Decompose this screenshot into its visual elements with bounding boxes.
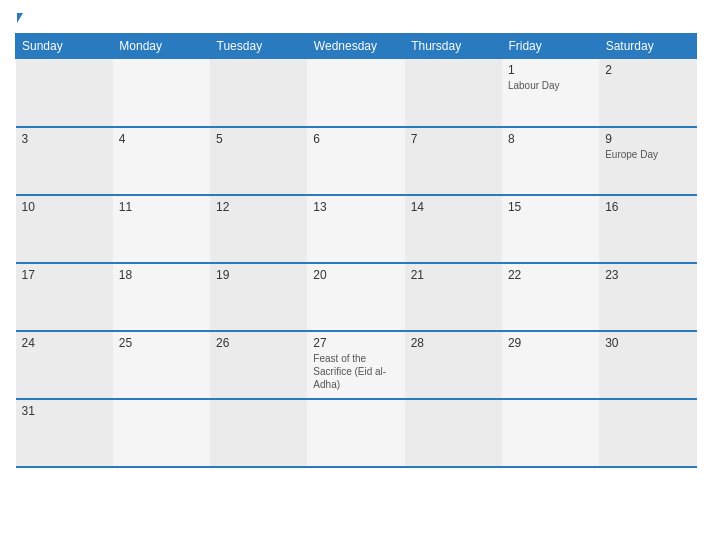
page-header xyxy=(15,10,697,25)
calendar-page: SundayMondayTuesdayWednesdayThursdayFrid… xyxy=(0,0,712,550)
calendar-week-row: 10111213141516 xyxy=(16,195,697,263)
calendar-cell xyxy=(307,59,404,127)
calendar-week-row: 24252627Feast of the Sacrifice (Eid al-A… xyxy=(16,331,697,399)
day-number: 3 xyxy=(22,132,107,146)
calendar-cell: 28 xyxy=(405,331,502,399)
calendar-table: SundayMondayTuesdayWednesdayThursdayFrid… xyxy=(15,33,697,468)
logo-blue-text xyxy=(15,10,29,25)
calendar-cell: 21 xyxy=(405,263,502,331)
day-number: 10 xyxy=(22,200,107,214)
weekday-header: Thursday xyxy=(405,34,502,59)
day-number: 5 xyxy=(216,132,301,146)
calendar-cell xyxy=(210,59,307,127)
calendar-cell: 2 xyxy=(599,59,696,127)
calendar-cell: 18 xyxy=(113,263,210,331)
calendar-cell xyxy=(113,59,210,127)
day-number: 12 xyxy=(216,200,301,214)
calendar-cell: 31 xyxy=(16,399,113,467)
day-number: 18 xyxy=(119,268,204,282)
calendar-cell: 25 xyxy=(113,331,210,399)
day-number: 21 xyxy=(411,268,496,282)
calendar-cell: 27Feast of the Sacrifice (Eid al-Adha) xyxy=(307,331,404,399)
weekday-header: Wednesday xyxy=(307,34,404,59)
calendar-cell: 19 xyxy=(210,263,307,331)
calendar-week-row: 17181920212223 xyxy=(16,263,697,331)
calendar-cell: 26 xyxy=(210,331,307,399)
weekday-header: Monday xyxy=(113,34,210,59)
day-number: 16 xyxy=(605,200,690,214)
day-number: 27 xyxy=(313,336,398,350)
calendar-cell: 5 xyxy=(210,127,307,195)
day-number: 9 xyxy=(605,132,690,146)
day-number: 17 xyxy=(22,268,107,282)
calendar-cell: 9Europe Day xyxy=(599,127,696,195)
calendar-cell: 7 xyxy=(405,127,502,195)
day-number: 6 xyxy=(313,132,398,146)
day-number: 25 xyxy=(119,336,204,350)
day-number: 1 xyxy=(508,63,593,77)
day-number: 29 xyxy=(508,336,593,350)
calendar-cell: 20 xyxy=(307,263,404,331)
holiday-label: Europe Day xyxy=(605,148,690,161)
calendar-cell: 6 xyxy=(307,127,404,195)
holiday-label: Feast of the Sacrifice (Eid al-Adha) xyxy=(313,352,398,391)
day-number: 23 xyxy=(605,268,690,282)
calendar-week-row: 31 xyxy=(16,399,697,467)
day-number: 4 xyxy=(119,132,204,146)
calendar-cell xyxy=(16,59,113,127)
calendar-cell xyxy=(405,399,502,467)
calendar-cell: 11 xyxy=(113,195,210,263)
weekday-header: Tuesday xyxy=(210,34,307,59)
day-number: 14 xyxy=(411,200,496,214)
calendar-cell: 17 xyxy=(16,263,113,331)
day-number: 8 xyxy=(508,132,593,146)
weekday-header-row: SundayMondayTuesdayWednesdayThursdayFrid… xyxy=(16,34,697,59)
holiday-label: Labour Day xyxy=(508,79,593,92)
logo-triangle-icon xyxy=(17,13,29,23)
calendar-cell: 13 xyxy=(307,195,404,263)
calendar-cell: 24 xyxy=(16,331,113,399)
calendar-cell xyxy=(405,59,502,127)
calendar-cell: 8 xyxy=(502,127,599,195)
calendar-cell xyxy=(599,399,696,467)
calendar-cell xyxy=(307,399,404,467)
day-number: 28 xyxy=(411,336,496,350)
day-number: 15 xyxy=(508,200,593,214)
calendar-body: 1Labour Day23456789Europe Day10111213141… xyxy=(16,59,697,467)
weekday-header: Saturday xyxy=(599,34,696,59)
day-number: 2 xyxy=(605,63,690,77)
calendar-week-row: 1Labour Day2 xyxy=(16,59,697,127)
weekday-header: Friday xyxy=(502,34,599,59)
logo xyxy=(15,10,29,25)
calendar-cell: 14 xyxy=(405,195,502,263)
calendar-cell: 29 xyxy=(502,331,599,399)
day-number: 30 xyxy=(605,336,690,350)
calendar-cell: 22 xyxy=(502,263,599,331)
day-number: 13 xyxy=(313,200,398,214)
calendar-cell: 16 xyxy=(599,195,696,263)
day-number: 22 xyxy=(508,268,593,282)
calendar-cell xyxy=(113,399,210,467)
day-number: 20 xyxy=(313,268,398,282)
calendar-cell: 30 xyxy=(599,331,696,399)
weekday-header: Sunday xyxy=(16,34,113,59)
day-number: 24 xyxy=(22,336,107,350)
calendar-cell: 23 xyxy=(599,263,696,331)
calendar-week-row: 3456789Europe Day xyxy=(16,127,697,195)
calendar-cell: 4 xyxy=(113,127,210,195)
day-number: 26 xyxy=(216,336,301,350)
calendar-cell: 10 xyxy=(16,195,113,263)
calendar-cell: 12 xyxy=(210,195,307,263)
calendar-cell: 1Labour Day xyxy=(502,59,599,127)
day-number: 11 xyxy=(119,200,204,214)
calendar-cell xyxy=(502,399,599,467)
day-number: 31 xyxy=(22,404,107,418)
calendar-cell: 15 xyxy=(502,195,599,263)
day-number: 7 xyxy=(411,132,496,146)
day-number: 19 xyxy=(216,268,301,282)
calendar-cell xyxy=(210,399,307,467)
calendar-cell: 3 xyxy=(16,127,113,195)
